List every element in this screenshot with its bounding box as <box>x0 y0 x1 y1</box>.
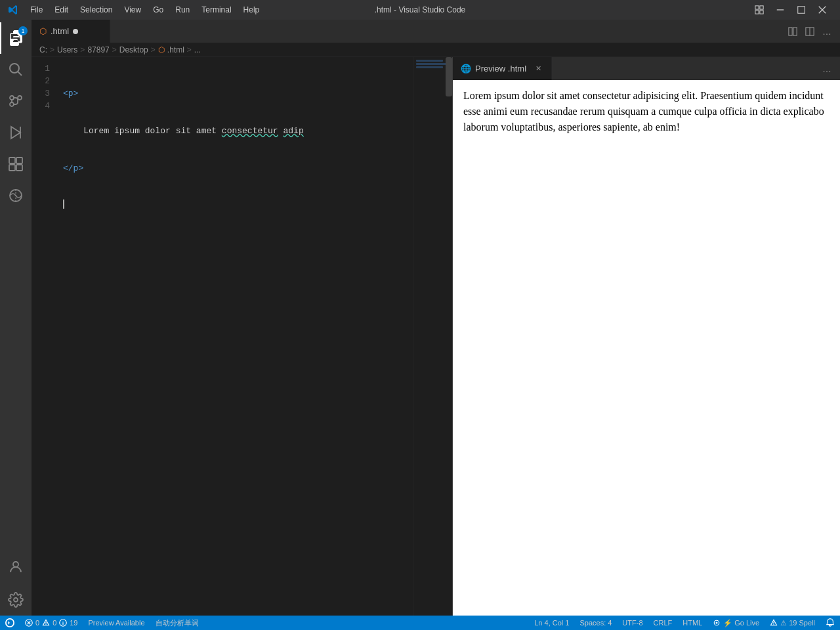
menu-selection[interactable]: Selection <box>75 4 117 16</box>
activity-account[interactable] <box>0 553 32 584</box>
activity-source-control[interactable] <box>0 85 32 117</box>
status-spaces[interactable]: Spaces: 4 <box>574 616 617 630</box>
error-status-icon <box>25 619 33 627</box>
status-line-ending[interactable]: CRLF <box>648 616 678 630</box>
code-content[interactable]: <p> Lorem ipsum dolor sit amet consectet… <box>58 57 413 616</box>
encoding-text: UTF-8 <box>622 619 642 627</box>
extensions-icon <box>8 156 24 172</box>
status-notifications[interactable] <box>820 616 840 630</box>
settings-icon <box>8 592 24 608</box>
line-number-1: 1 <box>32 62 50 75</box>
code-editor[interactable]: 1 2 3 4 <p> Lorem ipsum dolor sit amet c… <box>32 57 452 616</box>
menu-view[interactable]: View <box>119 4 146 16</box>
notification-icon <box>826 618 835 627</box>
vertical-scrollbar[interactable] <box>446 57 452 616</box>
svg-rect-0 <box>755 6 759 9</box>
html-tab-icon: ⬡ <box>39 26 47 36</box>
status-remote[interactable] <box>0 616 20 630</box>
maximize-button[interactable] <box>791 0 811 20</box>
breadcrumb-sep2: > <box>80 45 85 54</box>
split-editor-button[interactable] <box>785 24 801 39</box>
breadcrumb-more: ... <box>194 45 201 54</box>
tabs-row: ⬡ .html … <box>32 20 840 43</box>
title-bar: File Edit Selection View Go Run Terminal… <box>0 0 840 20</box>
activity-settings[interactable] <box>0 584 32 616</box>
activity-extensions[interactable] <box>0 148 32 180</box>
status-position[interactable]: Ln 4, Col 1 <box>529 616 574 630</box>
svg-rect-24 <box>793 27 797 35</box>
close-tag-p: </p> <box>63 162 83 175</box>
editor-tab-html[interactable]: ⬡ .html <box>32 20 110 43</box>
account-icon <box>8 559 24 575</box>
spell-count: ⚠ 19 Spell <box>780 619 815 627</box>
close-button[interactable] <box>812 0 832 20</box>
activity-run[interactable] <box>0 117 32 148</box>
menu-terminal[interactable]: Terminal <box>196 4 236 16</box>
breadcrumb-users: Users <box>57 45 77 54</box>
line-number-2: 2 <box>32 75 50 87</box>
activity-explorer[interactable]: 1 <box>0 22 32 54</box>
menu-go[interactable]: Go <box>148 4 169 16</box>
svg-rect-1 <box>760 6 763 9</box>
status-spell[interactable]: ⚠ 19 Spell <box>765 616 820 630</box>
preview-tabs: 🌐 Preview .html ✕ … <box>453 57 840 80</box>
status-left: 0 0 19 Preview Available 自动分析单词 <box>0 616 204 630</box>
preview-tab-title: Preview .html <box>475 64 526 74</box>
svg-rect-18 <box>16 165 22 171</box>
menu-edit[interactable]: Edit <box>49 4 74 16</box>
menu-help[interactable]: Help <box>238 4 265 16</box>
code-line-4 <box>63 200 413 209</box>
status-bar: 0 0 19 Preview Available 自动分析单词 Ln 4, Co… <box>0 616 840 630</box>
status-errors[interactable]: 0 0 19 <box>20 616 83 630</box>
minimap <box>413 57 452 616</box>
scrollbar-thumb <box>446 57 452 96</box>
svg-point-11 <box>10 102 14 106</box>
source-control-icon <box>8 93 24 109</box>
status-golive[interactable]: ⚡ Go Live <box>707 616 765 630</box>
svg-point-21 <box>13 562 18 567</box>
tab-filename: .html <box>51 26 69 36</box>
run-icon <box>8 125 24 140</box>
activity-remote[interactable] <box>0 180 32 211</box>
status-preview-available[interactable]: Preview Available <box>83 616 150 630</box>
svg-line-9 <box>18 72 22 75</box>
golive-text: ⚡ Go Live <box>723 619 759 627</box>
svg-point-36 <box>716 622 718 624</box>
status-auto-analysis[interactable]: 自动分析单词 <box>150 616 204 630</box>
indentation: Spaces: 4 <box>579 619 612 627</box>
error-count: 0 <box>35 619 39 627</box>
line-numbers: 1 2 3 4 <box>32 57 58 616</box>
activity-search[interactable] <box>0 54 32 85</box>
vscode-logo-icon <box>8 5 18 15</box>
svg-point-38 <box>774 624 774 625</box>
language-mode: HTML <box>682 619 702 627</box>
preview-tab-actions: … <box>819 57 840 80</box>
menu-bar: File Edit Selection View Go Run Terminal… <box>25 4 264 16</box>
remote-icon <box>8 188 24 203</box>
line-number-4: 4 <box>32 100 50 112</box>
minimap-line-1 <box>416 60 443 62</box>
open-tag-p: <p> <box>63 87 78 100</box>
code-line-1: <p> <box>63 87 413 100</box>
editor-more-button[interactable]: … <box>819 24 835 39</box>
preview-more-button[interactable]: … <box>819 61 835 77</box>
tile-button[interactable] <box>749 0 769 20</box>
info-count: 19 <box>70 619 77 627</box>
lorem-text: Lorem ipsum dolor sit amet consectetur a… <box>63 125 304 137</box>
menu-file[interactable]: File <box>25 4 48 16</box>
preview-pane: 🌐 Preview .html ✕ … Lorem ipsum dolor si… <box>453 57 840 616</box>
svg-point-22 <box>14 598 18 602</box>
minimize-button[interactable] <box>770 0 790 20</box>
preview-tab[interactable]: 🌐 Preview .html ✕ <box>453 57 552 80</box>
status-language[interactable]: HTML <box>677 616 707 630</box>
window-title: .html - Visual Studio Code <box>375 5 466 14</box>
preview-tab-icon: 🌐 <box>461 64 471 74</box>
minimap-line-3 <box>416 66 443 68</box>
editor-layout-button[interactable] <box>802 24 818 39</box>
svg-point-10 <box>10 96 14 100</box>
breadcrumb-drive: C: <box>39 45 47 54</box>
menu-run[interactable]: Run <box>170 4 195 16</box>
preview-tab-close[interactable]: ✕ <box>533 64 543 74</box>
status-encoding[interactable]: UTF-8 <box>617 616 648 630</box>
info-status-icon <box>59 619 67 627</box>
